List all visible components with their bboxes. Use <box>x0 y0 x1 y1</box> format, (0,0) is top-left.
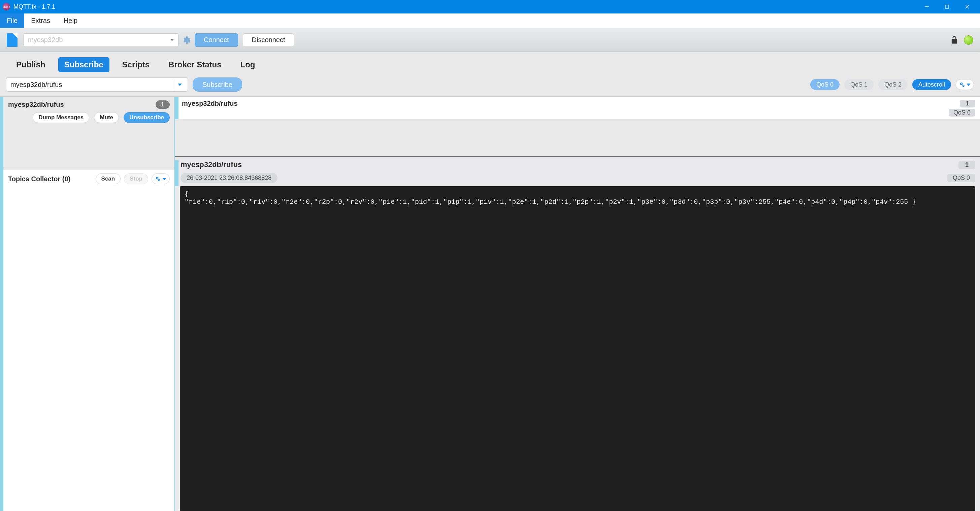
collector-options-button[interactable] <box>151 174 170 184</box>
window-close-button[interactable] <box>957 0 977 13</box>
subscription-item[interactable]: myesp32db/rufus 1 <box>3 97 175 112</box>
subscribe-topic-dropdown[interactable] <box>173 79 186 90</box>
message-list: myesp32db/rufus 1 QoS 0 <box>175 97 980 157</box>
message-index-badge: 1 <box>960 100 975 107</box>
disconnect-button[interactable]: Disconnect <box>243 33 294 47</box>
autoscroll-toggle[interactable]: Autoscroll <box>912 79 951 90</box>
message-accent <box>175 97 178 119</box>
detail-count-badge: 1 <box>958 161 975 169</box>
tab-broker-status[interactable]: Broker Status <box>162 57 228 72</box>
profile-file-icon <box>7 33 18 47</box>
connection-status-indicator <box>964 35 973 45</box>
message-detail-panel: myesp32db/rufus 1 26-03-2021 23:26:08.84… <box>175 157 980 511</box>
window-minimize-button[interactable] <box>917 0 937 13</box>
message-qos-badge: QoS 0 <box>949 109 975 116</box>
menu-help[interactable]: Help <box>57 13 84 28</box>
menu-file[interactable]: File <box>0 13 24 28</box>
topics-collector-title: Topics Collector (0) <box>8 175 70 183</box>
scan-button[interactable]: Scan <box>95 174 121 184</box>
qos2-chip[interactable]: QoS 2 <box>878 79 908 90</box>
qos0-chip[interactable]: QoS 0 <box>810 79 840 90</box>
subscribe-options-button[interactable] <box>956 79 974 90</box>
connection-settings-icon[interactable] <box>182 36 191 45</box>
payload-viewer[interactable]: { "r1e":0,"r1p":0,"r1v":0,"r2e":0,"r2p":… <box>180 186 975 511</box>
window-titlebar: MQTT MQTT.fx - 1.7.1 <box>0 0 980 13</box>
menu-extras[interactable]: Extras <box>24 13 57 28</box>
stop-button[interactable]: Stop <box>124 174 148 184</box>
detail-topic: myesp32db/rufus <box>180 160 242 169</box>
subscribe-controls: myesp32db/rufus Subscribe QoS 0 QoS 1 Qo… <box>0 75 980 96</box>
chevron-down-icon <box>178 84 182 86</box>
svg-rect-1 <box>945 5 949 8</box>
topics-collector-panel: Topics Collector (0) Scan Stop <box>3 169 175 511</box>
detail-qos-badge: QoS 0 <box>947 174 975 182</box>
mute-button[interactable]: Mute <box>94 112 119 123</box>
message-item[interactable]: myesp32db/rufus 1 QoS 0 <box>175 97 980 119</box>
gears-icon <box>959 81 965 88</box>
subscription-topic: myesp32db/rufus <box>8 101 64 108</box>
chevron-down-icon <box>170 39 174 41</box>
subscribe-topic-input[interactable]: myesp32db/rufus <box>6 78 188 92</box>
subscribe-button[interactable]: Subscribe <box>192 78 242 92</box>
connection-profile-value: myesp32db <box>28 36 63 44</box>
subscription-count-badge: 1 <box>156 100 170 109</box>
window-maximize-button[interactable] <box>937 0 957 13</box>
app-icon: MQTT <box>3 3 10 10</box>
detail-accent <box>175 160 178 186</box>
dump-messages-button[interactable]: Dump Messages <box>33 112 89 123</box>
lock-open-icon <box>950 35 959 45</box>
chevron-down-icon <box>162 178 166 180</box>
unsubscribe-button[interactable]: Unsubscribe <box>124 112 170 123</box>
message-topic: myesp32db/rufus <box>182 100 238 107</box>
tab-publish[interactable]: Publish <box>10 57 51 72</box>
gears-icon <box>155 176 161 182</box>
menu-bar: File Extras Help <box>0 13 980 28</box>
window-title: MQTT.fx - 1.7.1 <box>13 3 55 10</box>
tab-log[interactable]: Log <box>234 57 261 72</box>
connect-button[interactable]: Connect <box>195 33 238 47</box>
main-tabs: Publish Subscribe Scripts Broker Status … <box>0 52 980 75</box>
detail-timestamp: 26-03-2021 23:26:08.84368828 <box>180 173 277 183</box>
subscribe-topic-value: myesp32db/rufus <box>10 81 62 89</box>
connection-profile-select[interactable]: myesp32db <box>24 33 178 47</box>
connection-toolbar: myesp32db Connect Disconnect <box>0 28 980 52</box>
tab-subscribe[interactable]: Subscribe <box>58 57 110 72</box>
svg-rect-0 <box>925 6 929 7</box>
subscriptions-list: myesp32db/rufus 1 Dump Messages Mute Uns… <box>3 97 175 169</box>
qos1-chip[interactable]: QoS 1 <box>844 79 873 90</box>
subscription-accent <box>0 97 3 511</box>
tab-scripts[interactable]: Scripts <box>116 57 156 72</box>
chevron-down-icon <box>967 84 970 86</box>
